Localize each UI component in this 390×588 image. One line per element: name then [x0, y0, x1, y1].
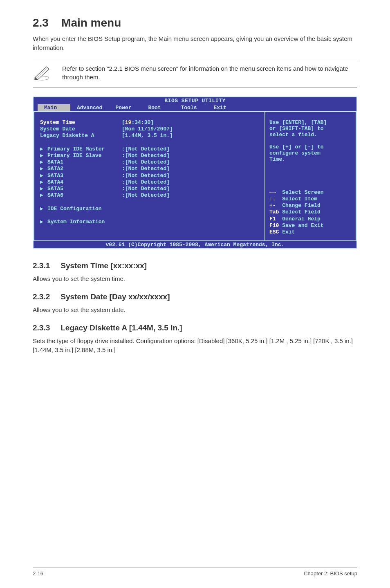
page-number: 2-16 [33, 570, 43, 577]
triangle-right-icon: ▶ [40, 192, 47, 199]
subsection-body: Sets the type of floppy drive installed.… [33, 337, 357, 355]
bios-tab-power: Power [109, 104, 141, 111]
bios-key: F10 [269, 222, 282, 229]
chapter-label: Chapter 2: BIOS setup [304, 570, 357, 577]
page-footer: 2-16 Chapter 2: BIOS setup [33, 568, 357, 577]
bios-value: :[Not Detected] [122, 159, 170, 166]
bios-device-row: ▶SATA4:[Not Detected] [40, 179, 260, 186]
bios-field-system-time: System Time[19:34:30] [40, 119, 260, 126]
section-title-text: Main menu [61, 16, 121, 29]
bios-header: BIOS SETUP UTILITY [34, 97, 356, 104]
bios-submenu-system-info: ▶System Information [40, 219, 260, 225]
subsection-heading: 2.3.2 System Date [Day xx/xx/xxxx] [33, 292, 357, 301]
subsection-number: 2.3.1 [33, 261, 50, 270]
bios-tab-main: Main [38, 104, 70, 111]
bios-value: :[Not Detected] [122, 166, 170, 172]
bios-footer: v02.61 (C)Copyright 1985-2008, American … [34, 241, 356, 248]
bios-field-system-date: System Date[Mon 11/19/2007] [40, 126, 260, 132]
bios-label: System Time [40, 119, 122, 126]
bios-key-desc: Select Field [282, 209, 321, 215]
bios-time-hour: 19 [125, 119, 132, 126]
triangle-right-icon: ▶ [40, 179, 47, 186]
bios-label: Legacy Diskette A [40, 132, 122, 139]
bios-key-legend: ←→ Select Screen ↑↓ Select Item +- Chang… [269, 189, 352, 236]
bios-help-line: Use [+] or [-] to [269, 144, 352, 150]
bios-key-desc: Exit [282, 229, 295, 235]
bios-value: :[Not Detected] [122, 153, 170, 159]
bios-tab-advanced: Advanced [70, 104, 109, 111]
bios-left-pane: System Time[19:34:30] System Date[Mon 11… [34, 111, 264, 242]
triangle-right-icon: ▶ [40, 166, 47, 172]
bios-key-desc: General Help [282, 216, 321, 222]
section-intro: When you enter the BIOS Setup program, t… [33, 34, 357, 52]
bios-value: [Mon 11/19/2007] [122, 126, 173, 132]
bios-key-desc: Select Item [282, 196, 317, 202]
bios-submenu-ide-config: ▶IDE Configuration [40, 206, 260, 212]
bios-device-row: ▶SATA5:[Not Detected] [40, 186, 260, 192]
bios-label: SATA3 [47, 173, 122, 179]
triangle-right-icon: ▶ [40, 206, 47, 212]
note-callout: Refer to section "2.2.1 BIOS menu screen… [33, 60, 357, 88]
section-number: 2.3 [33, 16, 49, 29]
bios-help-pane: Use [ENTER], [TAB] or [SHIFT-TAB] to sel… [264, 111, 356, 242]
bios-device-row: ▶SATA3:[Not Detected] [40, 173, 260, 179]
subsection-body: Allows you to set the system time. [33, 274, 357, 283]
bios-help-line: or [SHIFT-TAB] to [269, 126, 352, 132]
pencil-icon [33, 64, 51, 83]
bios-key: ESC [269, 229, 282, 235]
subsection-title: System Time [xx:xx:xx] [61, 261, 147, 270]
bios-label: SATA4 [47, 179, 122, 186]
bios-device-row: ▶Primary IDE Master:[Not Detected] [40, 146, 260, 153]
bios-key-desc: Save and Exit [282, 222, 323, 229]
bios-label: IDE Configuration [47, 206, 129, 212]
bios-value: :[Not Detected] [122, 173, 170, 179]
bios-device-row: ▶Primary IDE Slave:[Not Detected] [40, 153, 260, 159]
triangle-right-icon: ▶ [40, 153, 47, 159]
bios-device-row: ▶SATA6:[Not Detected] [40, 192, 260, 199]
subsection-title: System Date [Day xx/xx/xxxx] [61, 292, 170, 301]
subsection-title: Legacy Diskette A [1.44M, 3.5 in.] [61, 323, 182, 332]
bios-label: System Date [40, 126, 122, 132]
bios-label: System Information [47, 219, 129, 225]
bios-value: :[Not Detected] [122, 192, 170, 199]
bios-help-line: Time. [269, 156, 352, 162]
bios-setup-screenshot: BIOS SETUP UTILITY Main Advanced Power B… [33, 97, 357, 249]
subsection-number: 2.3.3 [33, 323, 50, 332]
svg-line-2 [37, 68, 47, 79]
bios-label: Primary IDE Master [47, 146, 122, 153]
section-heading: 2.3 Main menu [33, 16, 357, 29]
bios-value: :[Not Detected] [122, 179, 170, 186]
triangle-right-icon: ▶ [40, 186, 47, 192]
bios-label: SATA1 [47, 159, 122, 166]
bios-device-row: ▶SATA2:[Not Detected] [40, 166, 260, 172]
subsection-body: Allows you to set the system date. [33, 305, 357, 314]
subsection-heading: 2.3.1 System Time [xx:xx:xx] [33, 261, 357, 270]
bios-label: SATA2 [47, 166, 122, 172]
bios-tab-boot: Boot [141, 104, 174, 111]
arrows-ud-icon: ↑↓ [269, 196, 282, 202]
bios-value: :[Not Detected] [122, 146, 170, 153]
bios-label: SATA5 [47, 186, 122, 192]
bios-tab-exit: Exit [207, 104, 240, 111]
bios-device-row: ▶SATA1:[Not Detected] [40, 159, 260, 166]
bios-key: F1 [269, 216, 282, 222]
bios-value: [19:34:30] [122, 119, 154, 126]
bios-help-line: configure system [269, 150, 352, 156]
note-text: Refer to section "2.2.1 BIOS menu screen… [62, 64, 357, 82]
bios-label: Primary IDE Slave [47, 153, 122, 159]
bios-field-legacy-diskette: Legacy Diskette A[1.44M, 3.5 in.] [40, 132, 260, 139]
bios-value: [1.44M, 3.5 in.] [122, 132, 173, 139]
triangle-right-icon: ▶ [40, 173, 47, 179]
bios-key: +- [269, 202, 282, 209]
bios-help-line: select a field. [269, 132, 352, 138]
triangle-right-icon: ▶ [40, 219, 47, 225]
subsection-number: 2.3.2 [33, 292, 50, 301]
arrows-lr-icon: ←→ [269, 189, 282, 195]
subsection-heading: 2.3.3 Legacy Diskette A [1.44M, 3.5 in.] [33, 323, 357, 332]
bios-key-desc: Select Screen [282, 189, 323, 195]
bios-tab-tools: Tools [174, 104, 207, 111]
bios-value: :[Not Detected] [122, 186, 170, 192]
bios-key-desc: Change Field [282, 202, 321, 209]
triangle-right-icon: ▶ [40, 159, 47, 166]
bios-key: Tab [269, 209, 282, 215]
